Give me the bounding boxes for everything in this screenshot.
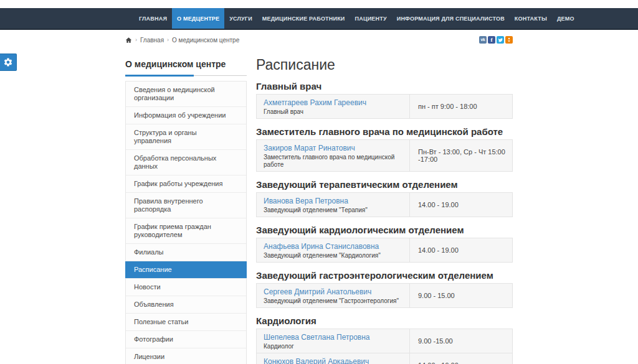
schedule-table: Ахметгареев Рахим ГареевичГлавный врачпн… [256,94,513,119]
facebook-icon[interactable]: f [488,36,495,44]
table-row: Конюхов Валерий АркадьевичКардиолог14.00… [257,353,512,364]
sidebar-item[interactable]: Правила внутреннего распорядка [126,192,246,218]
doctor-role: Кардиолог [264,343,402,350]
doctor-link[interactable]: Иванова Вера Петровна [264,197,348,205]
main-navbar: ГЛАВНАЯО МЕДЦЕНТРЕУСЛУГИМЕДИЦИНСКИЕ РАБО… [0,8,638,30]
doctor-link[interactable]: Шепелева Светлана Петровна [264,333,370,342]
top-strip [0,0,638,8]
nav-item[interactable]: ДЕМО [552,8,579,29]
section-heading: Заведующий кардиологическим отделением [256,225,513,236]
doctor-link[interactable]: Сергеев Дмитрий Анатольевич [264,287,371,296]
sidebar-item[interactable]: Расписание [125,261,247,278]
sidebar-item[interactable]: График работы учреждения [126,175,246,192]
section-heading: Главный врач [256,81,513,92]
sidebar-item-label: Лицензии [134,353,164,360]
main-content: Расписание Главный врачАхметгареев Рахим… [256,54,513,364]
schedule-time: 14.00 - 19.00 [410,193,512,217]
page-title: Расписание [256,57,513,73]
sidebar-item-label: Сведения о медицинской организации [134,86,215,101]
section-heading: Заведующий гастроэнтерологическим отделе… [256,270,513,281]
nav-menu: ГЛАВНАЯО МЕДЦЕНТРЕУСЛУГИМЕДИЦИНСКИЕ РАБО… [134,8,579,29]
schedule-time: пн - пт 9:00 - 18:00 [410,95,512,118]
doctor-cell: Иванова Вера ПетровнаЗаведующий отделени… [257,193,410,217]
table-row: Шепелева Светлана ПетровнаКардиолог9.00 … [257,329,512,353]
sidebar-title: О медицинском центре [125,59,226,69]
schedule-time: Пн-Вт - 13:00, Ср - Чт 15:00 -17:00 [410,140,512,171]
breadcrumb-item[interactable]: Главная [140,37,164,44]
sidebar-item-label: Полезные статьи [134,318,188,325]
accessibility-panel-button[interactable] [0,54,17,71]
sidebar-item-label: Новости [134,283,161,291]
sidebar-item[interactable]: График приема граждан руководителем [126,218,246,243]
doctor-role: Заведующий отделением "Кардиология" [264,252,402,259]
home-icon[interactable] [125,37,132,44]
doctor-cell: Анафьева Ирина СтаниславовнаЗаведующий о… [257,238,410,262]
nav-item[interactable]: УСЛУГИ [224,8,257,29]
schedule-time: 14.00 - 19.00 [410,238,512,262]
sidebar-item[interactable]: Информация об учреждении [126,106,246,124]
doctor-role: Заместитель главного врача по медицинско… [264,154,402,169]
nav-item[interactable]: ГЛАВНАЯ [134,8,172,29]
doctor-cell: Сергеев Дмитрий АнатольевичЗаведующий от… [257,284,410,307]
sidebar-item-label: График работы учреждения [134,180,222,187]
doctor-cell: Конюхов Валерий АркадьевичКардиолог [257,353,410,364]
sidebar-item[interactable]: Обработка персональных данных [126,149,246,175]
gear-icon [3,57,13,67]
sidebar-item[interactable]: Структура и органы управления [126,124,246,149]
sidebar-item[interactable]: Филиалы [126,243,246,261]
schedule-table: Шепелева Светлана ПетровнаКардиолог9.00 … [256,329,513,364]
schedule-table: Сергеев Дмитрий АнатольевичЗаведующий от… [256,283,513,308]
table-row: Закиров Марат РинатовичЗаместитель главн… [257,140,512,171]
sidebar-item[interactable]: Объявления [126,296,246,313]
sidebar-item[interactable]: Сведения о медицинской организации [126,82,246,106]
sidebar-item-label: Структура и органы управления [134,129,197,144]
nav-item[interactable]: О МЕДЦЕНТРЕ [172,8,224,29]
vk-icon[interactable]: vk [479,36,487,44]
section-heading: Заведующий терапевтическим отделением [256,179,513,190]
sidebar-item[interactable]: Новости [126,278,246,296]
odnoklassniki-icon[interactable] [505,36,513,44]
doctor-link[interactable]: Ахметгареев Рахим Гареевич [264,98,366,107]
nav-item[interactable]: ИНФОРМАЦИЯ ДЛЯ СПЕЦИАЛИСТОВ [392,8,510,29]
breadcrumb-item: О медицинском центре [172,37,239,44]
sidebar-item-label: Фотографии [134,335,173,343]
table-row: Сергеев Дмитрий АнатольевичЗаведующий от… [257,284,512,307]
sidebar-item[interactable]: Фотографии [126,330,246,348]
sidebar-item-label: Обработка персональных данных [134,154,216,170]
table-row: Ахметгареев Рахим ГареевичГлавный врачпн… [257,95,512,118]
nav-item[interactable]: ПАЦИЕНТУ [350,8,392,29]
schedule-time: 9.00 -15.00 [410,329,512,353]
doctor-role: Заведующий отделением "Гастроэнтерология… [264,297,402,305]
nav-item[interactable]: МЕДИЦИНСКИЕ РАБОТНИКИ [257,8,350,29]
doctor-role: Главный врач [264,108,402,116]
section-heading: Заместитель главного врача по медицинско… [256,126,513,138]
nav-item[interactable]: КОНТАКТЫ [510,8,552,29]
doctor-cell: Ахметгареев Рахим ГареевичГлавный врач [257,95,410,118]
sidebar-item-label: Филиалы [134,248,164,256]
breadcrumb: ›Главная›О медицинском центре [125,37,239,44]
breadcrumb-separator: › [135,37,137,43]
doctor-link[interactable]: Конюхов Валерий Аркадьевич [264,357,369,364]
breadcrumb-separator: › [167,37,169,43]
sidebar-item-label: Информация об учреждении [134,111,226,119]
table-row: Анафьева Ирина СтаниславовнаЗаведующий о… [257,238,512,262]
schedule-time: 9.00 - 15.00 [410,284,512,307]
schedule-time: 14.00 - 19.00 [410,353,512,364]
sidebar-item-label: Правила внутреннего распорядка [134,197,203,213]
schedule-table: Иванова Вера ПетровнаЗаведующий отделени… [256,192,513,217]
sidebar-menu: Сведения о медицинской организацииИнформ… [125,81,247,364]
doctor-cell: Закиров Марат РинатовичЗаместитель главн… [257,140,410,171]
sidebar-item-label: График приема граждан руководителем [134,223,211,238]
sidebar-item[interactable]: Лицензии [126,348,246,364]
sidebar: О медицинском центре Сведения о медицинс… [125,54,247,364]
schedule-table: Анафьева Ирина СтаниславовнаЗаведующий о… [256,238,513,263]
sidebar-item[interactable]: Полезные статьи [126,313,246,330]
doctor-link[interactable]: Закиров Марат Ринатович [264,144,355,152]
sidebar-item-label: Объявления [134,301,174,308]
table-row: Иванова Вера ПетровнаЗаведующий отделени… [257,193,512,217]
social-links: vkf [479,36,513,44]
schedule-table: Закиров Марат РинатовичЗаместитель главн… [256,139,513,172]
twitter-icon[interactable] [497,36,504,44]
sidebar-item-label: Расписание [134,266,172,273]
doctor-link[interactable]: Анафьева Ирина Станиславовна [264,242,379,251]
